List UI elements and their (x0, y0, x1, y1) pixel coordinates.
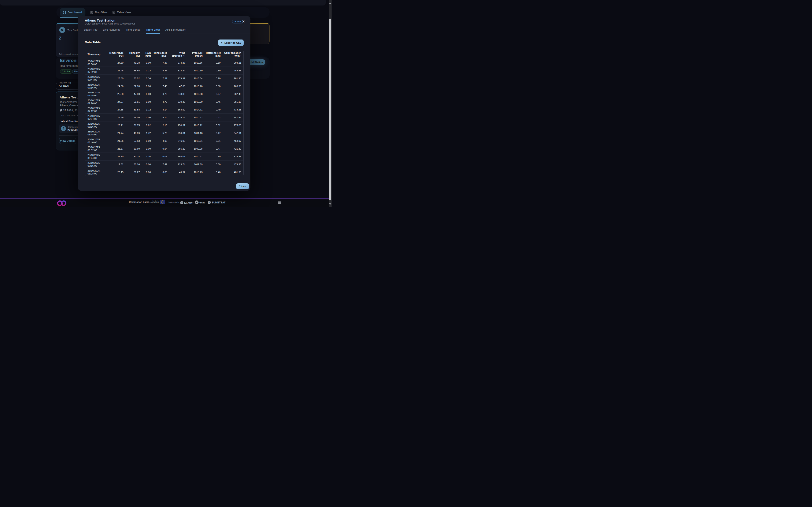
table-row: 23/10/2025,07:20:0024.0761.810.004.79330… (85, 98, 244, 106)
modal-close-label: Close (239, 185, 246, 188)
table-row: 23/10/2025,07:04:0023.6956.080.005.14215… (85, 113, 244, 121)
column-header: Pressure(mbar) (188, 50, 205, 59)
total-stations-value: 2 (59, 36, 61, 41)
column-header: Reference et(mm) (205, 50, 223, 59)
column-header: Temperature(°C) (107, 50, 126, 59)
funded-line2: the European Union (147, 202, 159, 204)
table-row: 23/10/2025,06:16:0019.6260.260.007.49123… (85, 160, 244, 168)
ecmwf-icon: ◠ (180, 201, 183, 204)
station-modal: Athens Test Station UUID: cab2a46f-5e0e-… (78, 16, 250, 191)
location-pin-icon (60, 109, 62, 112)
esa-icon: e (195, 201, 199, 204)
modal-title: Athens Test Station (85, 18, 115, 22)
tabs-divider (78, 34, 250, 34)
tag-filter-value: All Tags (59, 84, 69, 87)
column-header: Timestamp (85, 50, 107, 59)
data-table: TimestampTemperature(°C)Humidity(%)Rain(… (85, 50, 244, 176)
esa-logo[interactable]: e esa (195, 201, 205, 204)
funded-line1: Funded by (152, 200, 159, 202)
export-csv-label: Export to CSV (224, 41, 242, 44)
table-row: 23/10/2025,07:12:0024.8859.581.723.14168… (85, 106, 244, 113)
table-row: 23/10/2025,07:36:0024.8652.760.007.4547.… (85, 82, 244, 90)
data-table-body: 23/10/2025,08:00:0027.6049.280.007.37274… (85, 59, 244, 176)
download-icon (220, 42, 223, 44)
scrollbar-thumb[interactable] (329, 18, 331, 200)
export-csv-button[interactable]: Export to CSV (218, 40, 244, 46)
column-header: Solar radiation(W/m²) (223, 50, 244, 59)
tab-live-readings[interactable]: Live Readings (103, 28, 120, 34)
browser-top-bar (0, 0, 326, 5)
station-desc-2: Athens, Greece (60, 104, 78, 107)
dashboard-icon (63, 11, 66, 14)
thermometer-icon (61, 126, 66, 131)
modal-tabs: Station Info Live Readings Time Series T… (84, 28, 186, 34)
page-scrollbar[interactable] (328, 0, 332, 207)
eumetsat-icon: ◗ (208, 201, 211, 204)
menu-icon[interactable] (277, 201, 281, 204)
tab-table-view-modal[interactable]: Table View (146, 28, 160, 34)
eu-flag (160, 200, 165, 204)
funded-by-label: Funded by the European Union (147, 200, 159, 204)
eumetsat-logo[interactable]: ◗ EUMETSAT (208, 201, 225, 204)
tab-map-view[interactable]: Map View (91, 11, 107, 14)
tab-dashboard-label: Dashboard (68, 11, 82, 14)
table-row: 23/10/2025,06:32:0021.6760.600.000.54256… (85, 145, 244, 153)
table-row: 23/10/2025,06:40:0021.0657.630.004.99246… (85, 137, 244, 145)
view-details-button[interactable]: View Details (59, 138, 76, 144)
table-row: 23/10/2025,07:28:0025.3847.900.006.79248… (85, 90, 244, 98)
column-header: Humidity(%) (126, 50, 142, 59)
tab-map-view-label: Map View (95, 11, 107, 14)
tab-station-info[interactable]: Station Info (84, 28, 98, 34)
column-header: Wind speed(m/s) (153, 50, 170, 59)
active-tab-underline (60, 17, 78, 18)
tag-filter-label: Filter by Tag (58, 81, 72, 84)
tab-time-series[interactable]: Time Series (126, 28, 140, 34)
data-table-title: Data Table (85, 40, 101, 44)
table-row: 23/10/2025,07:44:0025.3060.520.367.31179… (85, 74, 244, 82)
table-row: 23/10/2025,06:24:0021.8050.241.160.06156… (85, 153, 244, 160)
eumetsat-label: EUMETSAT (212, 201, 225, 204)
scroll-down-arrow[interactable] (329, 204, 331, 205)
column-header: Rain(mm) (142, 50, 153, 59)
table-row: 23/10/2025,06:48:0021.7448.691.725.70259… (85, 129, 244, 137)
table-row: 23/10/2025,06:56:0023.7151.750.622.15150… (85, 121, 244, 129)
implemented-by-label: Implemented by (168, 201, 179, 203)
destination-earth-logo[interactable] (57, 200, 67, 207)
table-header: TimestampTemperature(°C)Humidity(%)Rain(… (85, 50, 244, 59)
modal-close-button[interactable]: Close (236, 183, 249, 189)
app-root: Dashboard Map View Table View Total Stat… (0, 0, 332, 207)
table-icon (112, 11, 115, 14)
active-count-badge: 2 Active (60, 69, 73, 73)
table-row: 23/10/2025,08:00:0027.6049.280.007.37274… (85, 59, 244, 66)
modal-uuid: UUID: cab2a46f-5e0e-42a8-bc5e-929ad0bb89… (85, 22, 135, 25)
stations-grid-icon (59, 27, 65, 33)
scroll-up-arrow[interactable] (329, 3, 331, 4)
esa-label: esa (199, 201, 205, 204)
tab-table-view[interactable]: Table View (112, 11, 131, 14)
tab-api-integration[interactable]: API & Integration (165, 28, 186, 34)
table-row: 23/10/2025,06:08:0020.1551.270.006.8549.… (85, 168, 244, 176)
tab-table-view-label: Table View (117, 11, 131, 14)
destination-earth-label: Destination Earth (129, 201, 149, 203)
tab-dashboard[interactable]: Dashboard (60, 8, 86, 17)
column-header: Winddirection (°) (170, 50, 188, 59)
close-icon[interactable]: ✕ (242, 19, 245, 24)
ecmwf-logo[interactable]: ◠ ECMWF (180, 201, 194, 204)
status-badge: active (232, 20, 243, 23)
ecmwf-label: ECMWF (184, 201, 194, 204)
footer: Destination Earth Funded by the European… (0, 198, 332, 207)
table-row: 23/10/2025,07:52:0027.4655.850.225.36313… (85, 66, 244, 74)
map-icon (91, 11, 93, 14)
